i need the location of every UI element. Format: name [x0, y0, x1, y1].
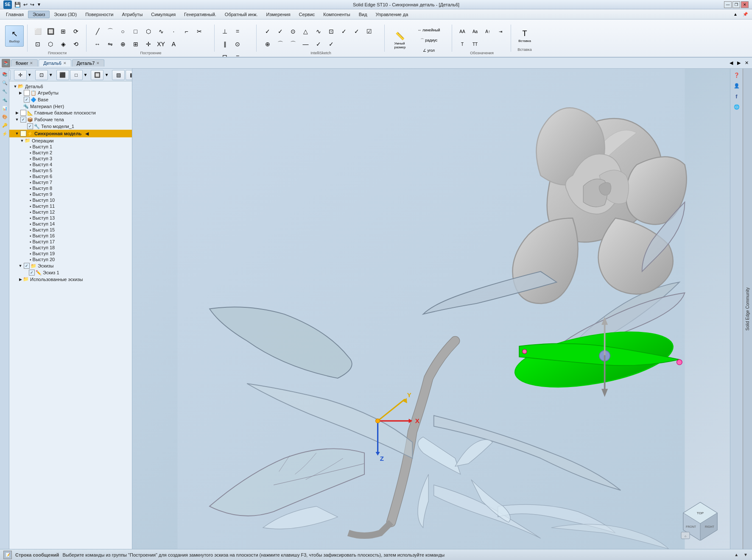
rabochie-check[interactable]: ✓: [20, 117, 26, 123]
render-btn[interactable]: ▨: [112, 70, 125, 80]
ploskost-btn-4[interactable]: ⟳: [70, 25, 82, 37]
community-panel[interactable]: Solid Edge Community: [743, 69, 752, 549]
tree-node-vystup20[interactable]: ▪ Выступ 20: [9, 256, 132, 262]
ribbon-pin-btn[interactable]: 📌: [740, 11, 750, 17]
menu-poverkhnosti[interactable]: Поверхности: [81, 11, 117, 18]
left-icon-chart[interactable]: 📊: [1, 104, 8, 112]
eskiz1-check[interactable]: ✓: [29, 270, 35, 276]
svyaz-btn-1[interactable]: ⊥: [219, 25, 231, 37]
is-btn-1[interactable]: ✓: [262, 25, 274, 37]
base-check[interactable]: ✓: [24, 97, 30, 103]
tab-detal6-close[interactable]: ✕: [63, 61, 67, 65]
tree-node-vystup14[interactable]: ▪ Выступ 14: [9, 221, 132, 227]
display-btn[interactable]: 🔲: [91, 70, 103, 80]
oboz-btn-3[interactable]: A↑: [482, 25, 494, 37]
menu-obratny[interactable]: Обратный инж.: [221, 11, 262, 18]
tree-node-vystup2[interactable]: ▪ Выступ 2: [9, 150, 132, 156]
is-btn-8[interactable]: ✓: [351, 25, 363, 37]
move-btn[interactable]: ✛: [143, 38, 154, 50]
close-doc-btn[interactable]: ✕: [743, 59, 750, 67]
is-btn-6[interactable]: ⊡: [325, 25, 337, 37]
left-icon-bolt[interactable]: ⚡: [1, 130, 8, 137]
left-icon-library[interactable]: 📚: [1, 70, 8, 78]
trim-btn[interactable]: ✂: [193, 25, 205, 37]
poly-btn[interactable]: ⬡: [143, 25, 154, 37]
tree-root[interactable]: ▼ 📂 Деталь6: [9, 83, 132, 89]
tree-node-telo1[interactable]: ✓ 🔧 Тело модели_1: [9, 123, 132, 130]
render2-btn[interactable]: ▩: [126, 70, 132, 80]
tree-node-material[interactable]: 🔩 Материал (Нет): [9, 103, 132, 109]
svyaz-btn-6[interactable]: ≡: [232, 51, 243, 57]
tree-node-vystup4[interactable]: ▪ Выступ 4: [9, 162, 132, 167]
tree-node-vystup8[interactable]: ▪ Выступ 8: [9, 185, 132, 191]
left-icon-parts[interactable]: 🔩: [1, 96, 8, 103]
arc-btn[interactable]: ⌒: [104, 25, 116, 37]
is-btn-12[interactable]: ⌒: [287, 38, 299, 50]
ploskost-btn-7[interactable]: ◈: [57, 38, 69, 50]
fillet-btn[interactable]: ⌐: [181, 25, 193, 37]
tree-node-vystup17[interactable]: ▪ Выступ 17: [9, 239, 132, 245]
quick-access-redo[interactable]: ↪: [30, 2, 34, 8]
left-icon-inspect[interactable]: 🔍: [1, 79, 8, 86]
ploskost-btn-8[interactable]: ⟲: [70, 38, 82, 50]
tree-node-vystup19[interactable]: ▪ Выступ 19: [9, 251, 132, 256]
next-doc-btn[interactable]: ▶: [735, 59, 742, 67]
ribbon-minimize-btn[interactable]: ▲: [731, 11, 740, 17]
oboz-btn-4[interactable]: ⇥: [495, 25, 506, 37]
ploskost-btn-6[interactable]: ⬡: [45, 38, 56, 50]
menu-vid[interactable]: Вид: [355, 11, 372, 18]
user-icon[interactable]: 👤: [732, 81, 741, 90]
vybor-button[interactable]: ↖ Выбор: [5, 25, 24, 47]
mirror-btn[interactable]: ⇋: [104, 38, 116, 50]
razmer-btn-2[interactable]: ⌒ радиус: [412, 36, 446, 45]
tree-node-vystup18[interactable]: ▪ Выступ 18: [9, 245, 132, 251]
prev-doc-btn[interactable]: ◀: [728, 59, 735, 67]
rect-btn[interactable]: □: [130, 25, 142, 37]
tree-node-rabochie[interactable]: ▼ ✓ 📦 Рабочие тела: [9, 116, 132, 123]
menu-generativny[interactable]: Генеративный.: [180, 11, 221, 18]
tree-node-atributy[interactable]: ▶ 📋 Атрибуты: [9, 89, 132, 96]
ispolz-expand[interactable]: ▶: [18, 277, 23, 281]
globe-icon[interactable]: 🌐: [732, 102, 741, 111]
tree-node-eskiz1[interactable]: ✓ ✏️ Эскиз 1: [9, 269, 132, 276]
is-btn-13[interactable]: —: [300, 38, 312, 50]
restore-button[interactable]: ❐: [732, 1, 740, 8]
offset-btn[interactable]: ⊕: [117, 38, 129, 50]
is-btn-10[interactable]: ⊕: [262, 38, 274, 50]
rabochie-expand[interactable]: ▼: [14, 117, 20, 122]
atributy-expand[interactable]: ▶: [18, 91, 23, 95]
menu-eskiz3d[interactable]: Эскиз (3D): [50, 11, 81, 18]
tree-node-sinhr[interactable]: ▼ ⚡ Синхронная модель ◄: [9, 130, 132, 137]
sinhr-check[interactable]: [20, 131, 26, 137]
left-icon-tools[interactable]: 🔧: [1, 87, 8, 95]
sidebar-toggle[interactable]: 📚: [2, 59, 10, 67]
tab-detal7-close[interactable]: ✕: [96, 61, 100, 65]
tab-detal7[interactable]: Деталь7 ✕: [72, 59, 105, 67]
oboz-btn-6[interactable]: TT: [469, 38, 481, 50]
viewport[interactable]: X Y Z: [132, 69, 730, 549]
close-button[interactable]: ✕: [741, 1, 749, 8]
menu-izmereniya[interactable]: Измерения: [262, 11, 295, 18]
ploskost-btn-5[interactable]: ⊡: [32, 38, 44, 50]
crop-btn[interactable]: ⊡: [35, 70, 48, 80]
pattern-btn[interactable]: ⊞: [130, 38, 142, 50]
tree-node-vystup9[interactable]: ▪ Выступ 9: [9, 191, 132, 197]
ploskost-btn-2[interactable]: 🔲: [45, 25, 56, 37]
umnoy-razmer-btn[interactable]: 📏 Умныйразмер: [389, 30, 411, 51]
orient-btn[interactable]: 🔄: [9, 70, 11, 80]
pan-btn[interactable]: ✛: [14, 70, 27, 80]
tree-node-glavnye[interactable]: ▶ 📐 Главные базовые плоскости: [9, 109, 132, 116]
help-icon[interactable]: ❓: [732, 70, 741, 80]
extend-btn[interactable]: ↔: [92, 38, 103, 50]
is-btn-11[interactable]: ⌒: [274, 38, 286, 50]
menu-servis[interactable]: Сервис: [295, 11, 319, 18]
menu-upravlenie[interactable]: Управление да: [372, 11, 413, 18]
tree-node-operacii[interactable]: ▼ 📁 Операции: [9, 137, 132, 144]
left-icon-palette[interactable]: 🎨: [1, 113, 8, 120]
point-btn[interactable]: ·: [168, 25, 180, 37]
is-btn-15[interactable]: ✓: [325, 38, 337, 50]
menu-eskiz[interactable]: Эскиз: [28, 11, 50, 18]
tree-node-vystup10[interactable]: ▪ Выступ 10: [9, 197, 132, 203]
tree-node-ispolz[interactable]: ▶ 📁 Использованные эскизы: [9, 276, 132, 282]
tree-node-vystup1[interactable]: ▪ Выступ 1: [9, 144, 132, 150]
